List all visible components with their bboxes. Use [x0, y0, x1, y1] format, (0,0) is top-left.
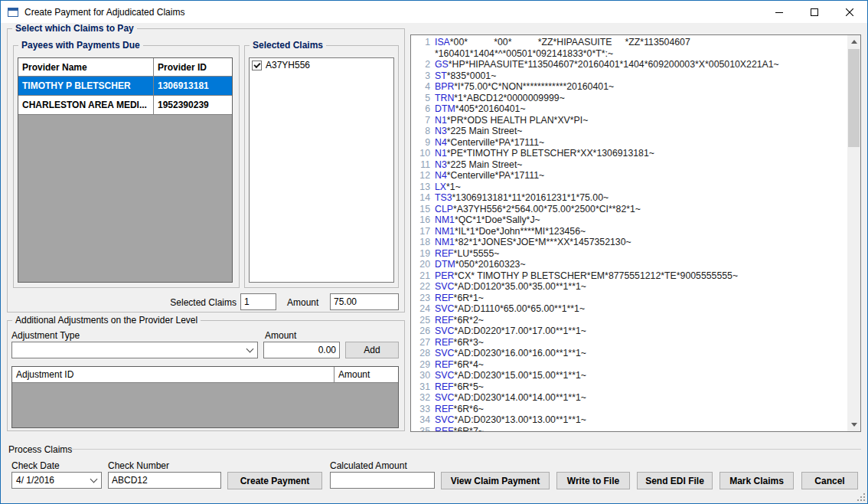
- segment-id: DTM: [435, 259, 455, 270]
- line-number: 17: [413, 226, 430, 237]
- segment-id: REF: [435, 315, 454, 326]
- line-number: 16: [413, 214, 430, 226]
- edi-line: 9N4*Centerville*PA*17111~: [413, 137, 845, 149]
- line-number: 33: [413, 404, 430, 415]
- segment-id: SVC: [435, 414, 454, 425]
- claim-checkbox-icon[interactable]: [252, 61, 262, 70]
- segment-body: *6R*6~: [454, 404, 484, 414]
- line-number: 12: [413, 170, 430, 182]
- segment-body: *I*75.00*C*NON************20160401~: [454, 81, 614, 92]
- calculated-amount-label: Calculated Amount: [330, 460, 407, 471]
- edi-scrollbar[interactable]: [847, 35, 860, 431]
- segment-body: *160401*1404*^*00501*092141833*0*T*:~: [435, 48, 613, 59]
- window-controls: [762, 1, 867, 23]
- line-number: 30: [413, 370, 430, 381]
- line-number: 35: [413, 426, 430, 432]
- line-number: 31: [413, 381, 430, 393]
- check-date-picker[interactable]: 4/ 1/2016: [11, 472, 102, 489]
- payee-row[interactable]: TIMOTHY P BLETSCHER 1306913181: [18, 77, 232, 96]
- calculated-amount-input[interactable]: [330, 472, 435, 489]
- segment-body: *AD:D0230*16.00*16.00**1**1~: [454, 348, 586, 358]
- adjustments-grid-header[interactable]: Adjustment ID Amount: [12, 367, 398, 383]
- window-title: Create Payment for Adjudicated Claims: [24, 7, 184, 18]
- column-header-provider-id[interactable]: Provider ID: [154, 58, 232, 77]
- segment-id: SVC: [435, 326, 454, 336]
- column-header-adjustment-amount[interactable]: Amount: [334, 367, 398, 383]
- adjustment-amount-input[interactable]: [263, 342, 340, 358]
- scroll-up-button[interactable]: [847, 35, 860, 48]
- line-number: 28: [413, 348, 430, 359]
- payee-id-cell: 1306913181: [154, 77, 232, 96]
- selected-claims-count-input[interactable]: [240, 293, 276, 310]
- segment-body: *AD:D0230*13.00*13.00**1**1~: [454, 414, 586, 425]
- column-header-adjustment-id[interactable]: Adjustment ID: [12, 367, 334, 383]
- segment-body: *IL*1*Doe*John****MI*123456~: [455, 226, 586, 237]
- segment-id: NM1: [435, 214, 455, 225]
- add-button[interactable]: Add: [345, 342, 399, 358]
- scrollbar-thumb[interactable]: [848, 49, 860, 147]
- selected-claims-listbox: A37YH556: [249, 57, 394, 283]
- segment-body: *6R*2~: [454, 315, 484, 326]
- check-date-value: 4/ 1/2016: [16, 475, 54, 486]
- line-number: 2: [413, 59, 430, 70]
- send-edi-file-button[interactable]: Send EDI File: [637, 472, 713, 489]
- edi-line: 17NM1*IL*1*Doe*John****MI*123456~: [413, 226, 845, 237]
- resize-grip-icon[interactable]: [857, 493, 866, 502]
- payee-row[interactable]: CHARLESTON AREA MEDI... 1952390239: [18, 96, 232, 115]
- edi-line: 8N3*225 Main Street~: [413, 126, 845, 137]
- line-number: 21: [413, 270, 430, 282]
- check-number-input[interactable]: [108, 472, 221, 489]
- chevron-down-icon: [243, 343, 256, 357]
- line-number: 15: [413, 204, 430, 215]
- segment-id: PER: [435, 270, 454, 281]
- edi-text-viewer[interactable]: 1ISA*00* *00* *ZZ*HIPAASUITE *ZZ*1135046…: [410, 34, 861, 432]
- edi-line: 3ST*835*0001~: [413, 70, 845, 82]
- segment-id: SVC: [435, 303, 454, 314]
- payees-grid: Provider Name Provider ID TIMOTHY P BLET…: [18, 57, 233, 283]
- process-claims-title: Process Claims: [8, 444, 72, 455]
- line-number: 3: [413, 70, 430, 82]
- line-number: 11: [413, 159, 430, 171]
- segment-id: GS: [435, 59, 449, 70]
- edi-line: 34SVC*AD:D0230*13.00*13.00**1**1~: [413, 414, 845, 426]
- payee-name-cell: CHARLESTON AREA MEDI...: [18, 96, 154, 115]
- view-claim-payment-button[interactable]: View Claim Payment: [441, 472, 550, 489]
- segment-body: *AD:D1110*65.00*65.00**1**1~: [454, 303, 585, 314]
- segment-id: DTM: [435, 103, 455, 114]
- segment-body: *AD:D0220*17.00*17.00**1**1~: [454, 326, 586, 336]
- create-payment-button[interactable]: Create Payment: [227, 472, 322, 489]
- write-to-file-button[interactable]: Write to File: [556, 472, 630, 489]
- edi-line: 25REF*6R*2~: [413, 315, 845, 326]
- column-header-provider-name[interactable]: Provider Name: [18, 58, 154, 77]
- segment-body: *AD:D0120*35.00*35.00**1**1~: [454, 281, 586, 292]
- segment-body: *AD:D0230*15.00*15.00**1**1~: [454, 370, 586, 381]
- line-number: 19: [413, 248, 430, 260]
- edi-line: 23REF*6R*1~: [413, 293, 845, 304]
- segment-body: *6R*3~: [454, 337, 484, 348]
- maximize-button[interactable]: [797, 1, 832, 23]
- group-payees-title: Payees with Payments Due: [18, 40, 143, 51]
- adjustment-amount-label: Amount: [265, 330, 296, 341]
- segment-id: NM1: [435, 237, 455, 247]
- line-number: 22: [413, 281, 430, 293]
- segment-body: *PR*ODS HEALTH PLAN*XV*PI~: [447, 115, 589, 126]
- edi-line: 14TS3*1306913181*11*20161231*1*75.00~: [413, 192, 845, 204]
- edi-line: 27REF*6R*3~: [413, 337, 845, 349]
- scroll-down-button[interactable]: [847, 418, 860, 431]
- minimize-button[interactable]: [762, 1, 797, 23]
- claims-amount-input[interactable]: [330, 293, 399, 310]
- claim-list-item[interactable]: A37YH556: [250, 58, 393, 72]
- edi-line: 6DTM*405*20160401~: [413, 103, 845, 115]
- triangle-down-icon: [851, 423, 857, 427]
- cancel-button[interactable]: Cancel: [801, 472, 858, 489]
- close-button[interactable]: [832, 1, 867, 23]
- adjustment-type-combo[interactable]: [11, 342, 258, 358]
- mark-claims-button[interactable]: Mark Claims: [720, 472, 794, 489]
- segment-body: *HP*HIPAASUITE*113504607*20160401*1404*6…: [449, 59, 779, 70]
- edi-line: 12N4*Centerville*PA*17111~: [413, 170, 845, 182]
- edi-line: 21PER*CX* TIMOTHY P BLETSCHER*EM*8775551…: [413, 270, 845, 282]
- payees-grid-header[interactable]: Provider Name Provider ID: [18, 58, 232, 77]
- line-number: 4: [413, 81, 430, 93]
- adjustment-type-label: Adjustment Type: [11, 330, 80, 341]
- edi-line: 35REF*6R*7~: [413, 426, 845, 432]
